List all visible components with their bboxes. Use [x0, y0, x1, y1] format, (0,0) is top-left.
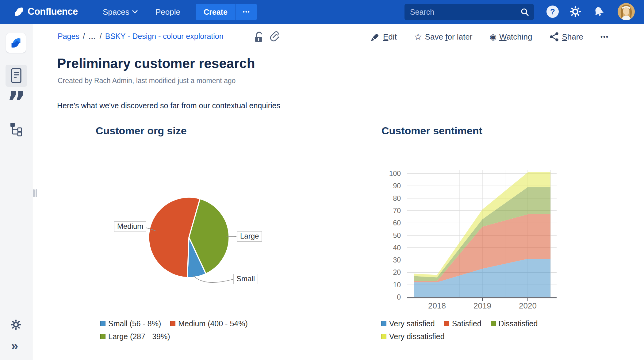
save-for-later-button[interactable]: ☆ Save for later [414, 32, 473, 42]
pie-callout-large: Large [237, 231, 262, 242]
help-icon[interactable]: ? [546, 6, 559, 18]
page-actions: Edit ☆ Save for later ◉ Watching Share •… [370, 31, 609, 42]
legend-item: Small (56 - 8%) [100, 319, 161, 328]
legend-swatch-dissatisfied [491, 321, 496, 326]
svg-text:90: 90 [393, 182, 401, 190]
pie-callout-small: Small [233, 274, 258, 284]
breadcrumb: Pages / … / BSKY - Design - colour explo… [58, 32, 224, 41]
gear-icon[interactable] [569, 6, 581, 18]
svg-text:50: 50 [393, 232, 401, 239]
space-sidebar: ” » [0, 24, 33, 360]
legend-item: Very satisfied [381, 319, 435, 328]
edit-button[interactable]: Edit [370, 31, 397, 42]
svg-text:80: 80 [393, 194, 401, 202]
quotes-icon: ” [7, 85, 26, 119]
pages-document-icon [10, 67, 23, 84]
sidebar-item-page-tree[interactable] [10, 123, 23, 137]
legend-item: Medium (400 - 54%) [170, 319, 247, 328]
space-logo[interactable] [6, 33, 26, 53]
chevron-down-icon [132, 10, 138, 14]
share-icon [549, 31, 559, 42]
sidebar-item-pages[interactable] [6, 65, 27, 87]
top-navigation-bar: Confluence Spaces People Create ••• ? [0, 0, 644, 24]
pie-chart-title: Customer org size [96, 125, 187, 137]
space-logo-icon [10, 37, 22, 49]
breadcrumb-separator: / [83, 32, 85, 41]
svg-text:70: 70 [393, 207, 401, 215]
pie-callout-medium: Medium [114, 221, 146, 232]
svg-text:2018: 2018 [428, 301, 446, 310]
nav-people[interactable]: People [155, 0, 180, 24]
attachments-paperclip-icon[interactable] [269, 31, 280, 43]
page-title: Preliminary customer research [57, 56, 255, 71]
double-chevron-right-icon: » [11, 339, 18, 353]
legend-item: Dissatisfied [491, 319, 538, 328]
create-split-button: Create ••• [196, 4, 257, 20]
legend-item: Very dissatisfied [381, 332, 445, 341]
pencil-icon [370, 31, 380, 42]
page-restriction-icons [253, 31, 280, 43]
sidebar-resize-handle[interactable] [33, 189, 37, 197]
create-more-button[interactable]: ••• [236, 4, 257, 20]
svg-text:30: 30 [393, 256, 401, 264]
svg-text:60: 60 [393, 219, 401, 227]
create-button[interactable]: Create [196, 4, 236, 20]
area-chart-legend: Very satisfied Satisfied Dissatisfied Ve… [381, 319, 538, 341]
pie-chart-legend: Small (56 - 8%) Medium (400 - 54%) Large… [100, 319, 248, 341]
page-byline: Created by Rach Admin, last modified jus… [58, 77, 236, 85]
legend-item: Satisfied [444, 319, 481, 328]
star-icon: ☆ [414, 33, 422, 41]
unlocked-padlock-icon[interactable] [253, 31, 264, 43]
svg-text:2019: 2019 [473, 301, 491, 310]
expand-sidebar-button[interactable]: » [11, 340, 18, 352]
breadcrumb-space-link[interactable]: BSKY - Design - colour exploration [105, 32, 224, 41]
svg-text:20: 20 [393, 268, 401, 276]
confluence-mark-icon [13, 6, 25, 17]
search-bar [404, 4, 534, 20]
space-settings-gear-icon[interactable] [10, 319, 22, 331]
legend-swatch-very-satisfied [381, 321, 386, 326]
legend-swatch-medium [170, 321, 175, 326]
legend-swatch-large [100, 334, 105, 339]
svg-text:100: 100 [389, 170, 401, 178]
area-chart-title: Customer sentiment [381, 125, 482, 137]
watching-eye-icon: ◉ [489, 33, 496, 41]
intro-paragraph: Here's what we've discovered so far from… [57, 101, 280, 110]
more-actions-button[interactable]: ••• [600, 33, 609, 40]
search-input[interactable] [404, 8, 520, 17]
tree-hierarchy-icon [10, 123, 23, 137]
svg-text:2020: 2020 [519, 301, 537, 310]
watching-button[interactable]: ◉ Watching [489, 32, 532, 42]
product-name: Confluence [28, 6, 78, 17]
legend-swatch-small [100, 321, 105, 326]
svg-text:10: 10 [393, 281, 401, 289]
search-icon[interactable] [520, 8, 534, 16]
breadcrumb-collapsed[interactable]: … [88, 32, 96, 41]
legend-item: Large (287 - 39%) [100, 332, 170, 341]
confluence-logo[interactable]: Confluence [13, 6, 78, 17]
svg-text:0: 0 [397, 293, 401, 301]
svg-text:40: 40 [393, 244, 401, 252]
confluence-page: { "header": { "product": "Confluence", "… [0, 0, 644, 360]
breadcrumb-separator: / [100, 32, 102, 41]
nav-spaces[interactable]: Spaces [103, 0, 138, 24]
customer-sentiment-area-chart: 0102030405060708090100201820192020 [380, 168, 564, 313]
legend-swatch-satisfied [444, 321, 449, 326]
user-avatar[interactable] [618, 3, 635, 20]
share-button[interactable]: Share [549, 31, 583, 42]
breadcrumb-pages-link[interactable]: Pages [58, 32, 79, 41]
notifications-bell-icon[interactable] [592, 6, 605, 18]
sidebar-item-blog[interactable]: ” [7, 91, 26, 113]
legend-swatch-very-dissatisfied [381, 334, 386, 339]
